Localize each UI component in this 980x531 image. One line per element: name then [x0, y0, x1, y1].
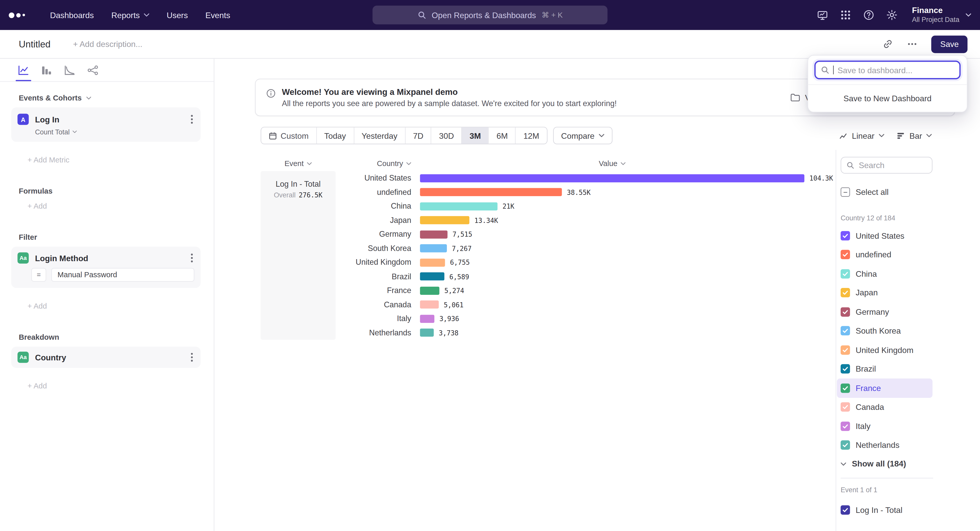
global-search[interactable]: Open Reports & Dashboards ⌘ + K	[372, 6, 608, 24]
checked-checkbox[interactable]	[841, 383, 850, 393]
bar[interactable]	[420, 258, 445, 266]
bar[interactable]	[420, 188, 562, 197]
add-formula-button[interactable]: + Add	[27, 202, 214, 211]
date-range-12m[interactable]: 12M	[515, 127, 547, 144]
indeterminate-checkbox[interactable]: −	[841, 187, 850, 197]
country-filter-united-kingdom[interactable]: United Kingdom	[837, 341, 932, 360]
checked-checkbox[interactable]	[841, 250, 850, 259]
bar-value-label: 5,274	[444, 287, 464, 294]
country-filter-germany[interactable]: Germany	[837, 302, 932, 321]
country-filter-italy[interactable]: Italy	[837, 417, 932, 436]
bar[interactable]	[420, 301, 439, 309]
insights-tab-icon[interactable]	[18, 59, 30, 81]
bar[interactable]	[420, 273, 445, 281]
country-filter-china[interactable]: China	[837, 264, 932, 283]
country-filter-france[interactable]: France	[837, 379, 932, 398]
bar[interactable]	[420, 216, 469, 224]
save-to-new-dashboard-button[interactable]: Save to New Dashboard	[808, 84, 967, 112]
date-range-6m[interactable]: 6M	[488, 127, 515, 144]
segment-search-input[interactable]: Search	[841, 157, 932, 174]
country-filter-south-korea[interactable]: South Korea	[837, 321, 932, 341]
add-metric-button[interactable]: + Add Metric	[27, 155, 214, 164]
filter-operator[interactable]: =	[31, 268, 46, 282]
checked-checkbox[interactable]	[841, 505, 850, 515]
nav-item-events[interactable]: Events	[197, 0, 239, 30]
checked-checkbox[interactable]	[841, 326, 850, 336]
checked-checkbox[interactable]	[841, 269, 850, 279]
mixpanel-logo[interactable]	[9, 12, 25, 18]
add-filter-button[interactable]: + Add	[27, 302, 214, 311]
events-cohorts-header[interactable]: Events & Cohorts	[19, 94, 200, 102]
date-range-30d[interactable]: 30D	[431, 127, 461, 144]
bar[interactable]	[420, 230, 448, 238]
kebab-menu-icon[interactable]	[189, 253, 194, 263]
share-link-icon[interactable]	[883, 39, 894, 49]
settings-gear-icon[interactable]	[886, 10, 897, 21]
event-filter-log-in---total[interactable]: Log In - Total	[837, 500, 932, 520]
date-range-7d[interactable]: 7D	[405, 127, 431, 144]
kebab-menu-icon[interactable]	[189, 352, 194, 362]
select-all-toggle[interactable]: − Select all	[841, 187, 889, 197]
country-filter-brazil[interactable]: Brazil	[837, 359, 932, 379]
event-column-header[interactable]: Event	[261, 159, 336, 168]
add-breakdown-button[interactable]: + Add	[27, 382, 214, 390]
date-range-3m[interactable]: 3M	[461, 127, 488, 144]
bar[interactable]	[420, 315, 434, 323]
add-description-field[interactable]: + Add description...	[73, 39, 142, 49]
report-title[interactable]: Untitled	[19, 39, 51, 49]
apps-grid-icon[interactable]	[840, 10, 851, 21]
checked-checkbox[interactable]	[841, 346, 850, 355]
info-icon	[266, 89, 275, 98]
country-filter-netherlands[interactable]: Netherlands	[837, 436, 932, 455]
kebab-menu-icon[interactable]	[189, 114, 194, 124]
country-filter-undefined[interactable]: undefined	[837, 245, 932, 264]
bar[interactable]	[420, 329, 434, 337]
checked-checkbox[interactable]	[841, 307, 850, 317]
country-filter-united-states[interactable]: United States	[837, 226, 932, 245]
funnels-tab-icon[interactable]	[41, 59, 52, 81]
bar[interactable]	[420, 244, 447, 252]
date-range-custom[interactable]: Custom	[261, 127, 316, 144]
country-column-header[interactable]: Country	[336, 159, 411, 168]
value-column-header[interactable]: Value	[420, 159, 804, 168]
help-icon[interactable]	[863, 10, 875, 21]
flows-tab-icon[interactable]	[87, 59, 99, 81]
bar[interactable]	[420, 287, 439, 295]
date-range-yesterday[interactable]: Yesterday	[353, 127, 405, 144]
bar-value-label: 104.3K	[809, 174, 833, 182]
scale-selector[interactable]: Linear	[839, 131, 885, 140]
chart-type-selector[interactable]: Bar	[897, 131, 932, 140]
checked-checkbox[interactable]	[841, 421, 850, 431]
checked-checkbox[interactable]	[841, 441, 850, 450]
nav-item-dashboards[interactable]: Dashboards	[41, 0, 103, 30]
save-button[interactable]: Save	[932, 35, 967, 53]
filter-value[interactable]: Manual Password	[51, 268, 194, 282]
monitor-icon[interactable]	[817, 10, 828, 21]
checked-checkbox[interactable]	[841, 231, 850, 241]
more-options-icon[interactable]	[907, 39, 918, 49]
bar[interactable]	[420, 202, 498, 211]
project-switcher[interactable]: Finance All Project Data	[912, 6, 971, 24]
aggregation-selector[interactable]: Count Total	[35, 128, 194, 135]
nav-item-users[interactable]: Users	[158, 0, 197, 30]
country-filter-canada[interactable]: Canada	[837, 398, 932, 417]
event-card-log-in[interactable]: A Log In Count Total	[11, 107, 200, 142]
country-filter-japan[interactable]: Japan	[837, 283, 932, 303]
date-range-today[interactable]: Today	[316, 127, 353, 144]
show-all-toggle[interactable]: Show all (184)	[841, 459, 906, 469]
bar-area: 38.55K	[420, 188, 590, 197]
retention-tab-icon[interactable]	[64, 59, 76, 81]
filter-card-login-method[interactable]: Aa Login Method = Manual Password	[11, 247, 200, 288]
breakdown-card-country[interactable]: Aa Country	[11, 347, 200, 368]
nav-item-reports[interactable]: Reports	[103, 0, 158, 30]
bar[interactable]	[420, 174, 804, 182]
checked-checkbox[interactable]	[841, 403, 850, 412]
event-summary-cell[interactable]: Log In - Total Overall 276.5K	[261, 171, 336, 340]
save-dashboard-search-input[interactable]: Save to dashboard...	[815, 61, 961, 79]
chart-row-canada: Canada 5,061	[336, 298, 834, 312]
checked-checkbox[interactable]	[841, 364, 850, 374]
checked-checkbox[interactable]	[841, 288, 850, 298]
compare-button[interactable]: Compare	[553, 127, 613, 144]
chart-row-united-kingdom: United Kingdom 6,755	[336, 255, 834, 269]
filter-item-label: Brazil	[856, 364, 876, 374]
